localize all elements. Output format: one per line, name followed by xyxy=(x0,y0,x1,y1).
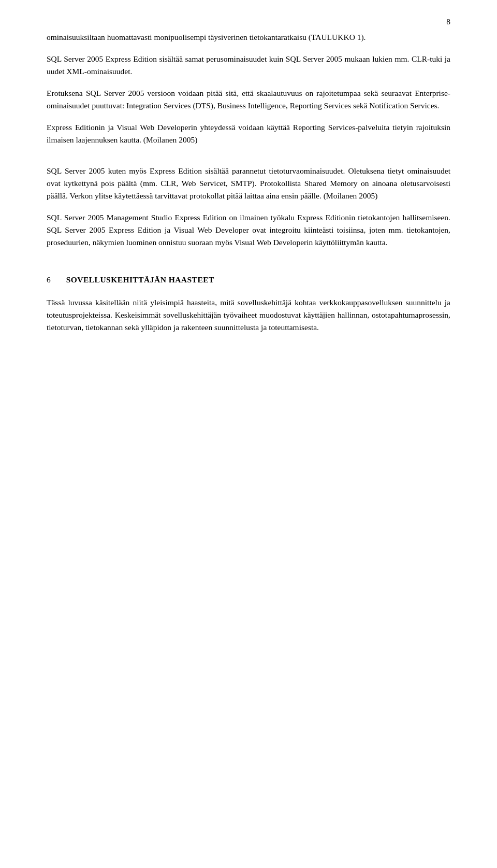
section-paragraph-1: Tässä luvussa käsitellään niitä yleisimp… xyxy=(47,296,450,334)
paragraph-6: SQL Server 2005 Management Studio Expres… xyxy=(47,211,450,249)
paragraph-1: ominaisuuksiltaan huomattavasti monipuol… xyxy=(47,31,450,44)
page: 8 ominaisuuksiltaan huomattavasti monipu… xyxy=(0,0,497,868)
paragraph-5: SQL Server 2005 kuten myös Express Editi… xyxy=(47,165,450,202)
section-number: 6 xyxy=(47,274,51,286)
paragraph-4: Express Editionin ja Visual Web Develope… xyxy=(47,121,450,146)
paragraph-3: Erotuksena SQL Server 2005 versioon void… xyxy=(47,87,450,112)
page-number: 8 xyxy=(446,16,450,28)
section-title: SOVELLUSKEHITTÄJÄN HAASTEET xyxy=(66,274,214,286)
section-heading: 6 SOVELLUSKEHITTÄJÄN HAASTEET xyxy=(47,274,450,286)
paragraph-2: SQL Server 2005 Express Edition sisältää… xyxy=(47,53,450,78)
